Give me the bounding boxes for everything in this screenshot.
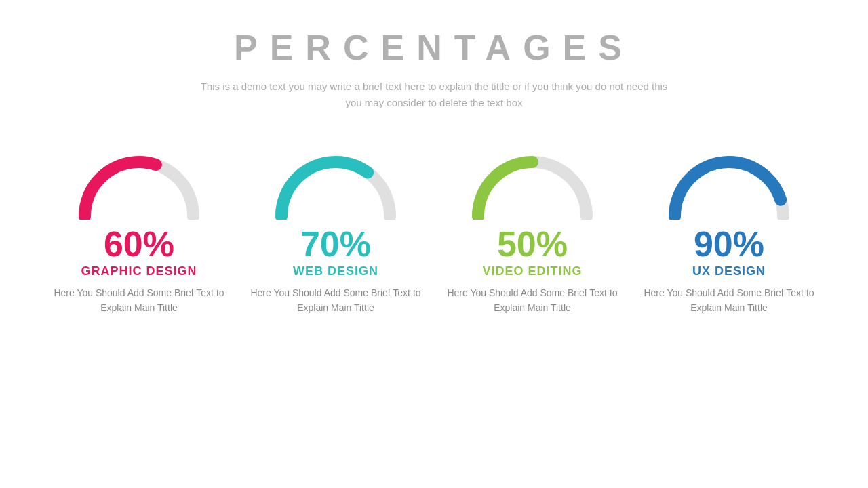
card-web-design: 70%WEB DESIGNHere You Should Add Some Br… [241, 145, 431, 316]
category-title-web-design: WEB DESIGN [293, 264, 378, 279]
gauge-graphic-design [71, 145, 207, 220]
gauge-video-editing [465, 145, 600, 220]
percentage-ux-design: 90% [694, 226, 764, 262]
cards-container: 60%GRAPHIC DESIGNHere You Should Add Som… [0, 145, 868, 316]
description-web-design: Here You Should Add Some Brief Text to E… [241, 285, 431, 316]
category-title-ux-design: UX DESIGN [692, 264, 766, 279]
card-graphic-design: 60%GRAPHIC DESIGNHere You Should Add Som… [44, 145, 234, 316]
percentage-web-design: 70% [300, 226, 371, 262]
description-graphic-design: Here You Should Add Some Brief Text to E… [44, 285, 234, 316]
description-video-editing: Here You Should Add Some Brief Text to E… [437, 285, 627, 316]
percentage-video-editing: 50% [497, 226, 568, 262]
description-ux-design: Here You Should Add Some Brief Text to E… [634, 285, 824, 316]
page-title: PERCENTAGES [234, 27, 634, 68]
gauge-ux-design [661, 145, 797, 220]
page-subtitle: This is a demo text you may write a brie… [197, 79, 671, 111]
card-ux-design: 90%UX DESIGNHere You Should Add Some Bri… [634, 145, 824, 316]
gauge-web-design [268, 145, 403, 220]
category-title-video-editing: VIDEO EDITING [482, 264, 582, 279]
card-video-editing: 50%VIDEO EDITINGHere You Should Add Some… [437, 145, 627, 316]
category-title-graphic-design: GRAPHIC DESIGN [81, 264, 197, 279]
percentage-graphic-design: 60% [104, 226, 174, 262]
